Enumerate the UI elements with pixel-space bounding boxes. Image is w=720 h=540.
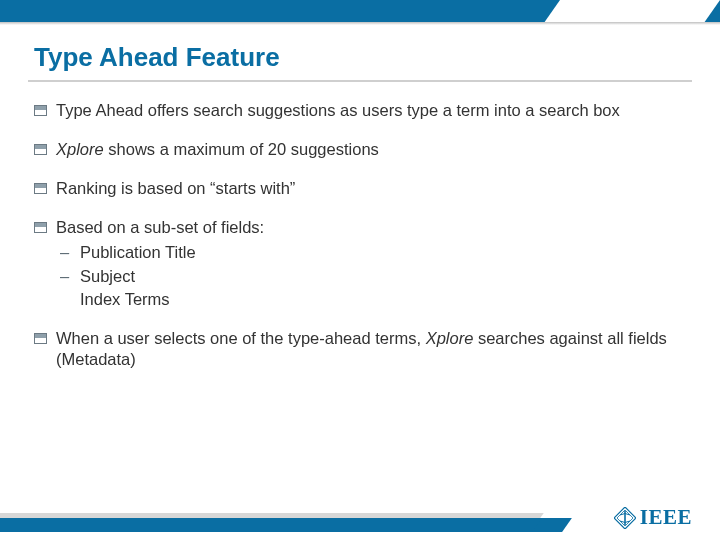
sub-bullet-list: Publication Title Subject Index Terms bbox=[60, 242, 686, 309]
sub-bullet-text: Subject bbox=[80, 267, 135, 285]
bullet-text: Ranking is based on “starts with” bbox=[56, 179, 295, 197]
slide-content: Type Ahead offers search suggestions as … bbox=[34, 100, 686, 388]
sub-bullet-item: Subject bbox=[60, 266, 686, 287]
product-name: Xplore bbox=[426, 329, 474, 347]
title-underline bbox=[28, 80, 692, 82]
ieee-logo-text: IEEE bbox=[640, 505, 692, 530]
bullet-text: shows a maximum of 20 suggestions bbox=[104, 140, 379, 158]
ieee-diamond-icon bbox=[614, 507, 636, 529]
bullet-list: Type Ahead offers search suggestions as … bbox=[34, 100, 686, 370]
header-band bbox=[0, 0, 720, 22]
bullet-item: Xplore shows a maximum of 20 suggestions bbox=[34, 139, 686, 160]
bullet-item: When a user selects one of the type-ahea… bbox=[34, 328, 686, 370]
bullet-item: Type Ahead offers search suggestions as … bbox=[34, 100, 686, 121]
bullet-text: When a user selects one of the type-ahea… bbox=[56, 329, 426, 347]
sub-bullet-item: Index Terms bbox=[60, 289, 686, 310]
bullet-text: Based on a sub-set of fields: bbox=[56, 218, 264, 236]
sub-bullet-text: Index Terms bbox=[80, 290, 170, 308]
product-name: Xplore bbox=[56, 140, 104, 158]
footer-blue-band bbox=[0, 518, 545, 532]
bullet-text: Type Ahead offers search suggestions as … bbox=[56, 101, 620, 119]
sub-bullet-text: Publication Title bbox=[80, 243, 196, 261]
bullet-item: Based on a sub-set of fields: Publicatio… bbox=[34, 217, 686, 309]
slide-title: Type Ahead Feature bbox=[34, 42, 280, 73]
header-shadow bbox=[0, 22, 720, 25]
ieee-logo: IEEE bbox=[614, 505, 692, 530]
sub-bullet-item: Publication Title bbox=[60, 242, 686, 263]
bullet-item: Ranking is based on “starts with” bbox=[34, 178, 686, 199]
